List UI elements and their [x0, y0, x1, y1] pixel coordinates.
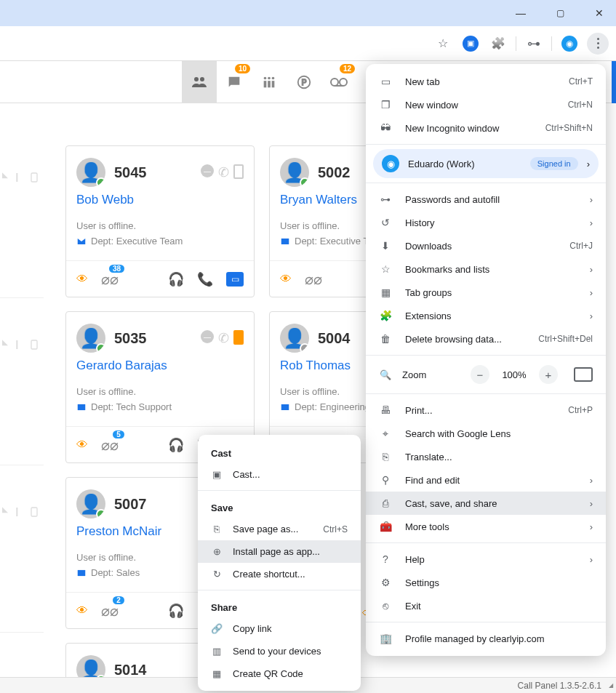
help-icon: ?: [379, 553, 392, 565]
menu-settings[interactable]: ⚙ Settings: [366, 571, 606, 594]
chevron-right-icon: ›: [590, 521, 593, 532]
menu-new-window[interactable]: ❐ New window Ctrl+N: [366, 93, 606, 116]
avatar[interactable]: 👤💬: [76, 324, 105, 353]
toolbar-separator: [516, 36, 516, 51]
chrome-menu-button[interactable]: [587, 33, 609, 55]
phone-icon[interactable]: ✆: [218, 330, 229, 346]
menu-new-tab[interactable]: ▭ New tab Ctrl+T: [366, 70, 606, 93]
contact-name[interactable]: Bob Webb: [76, 193, 244, 207]
window-maximize-button[interactable]: [549, 2, 571, 24]
menu-delete-data[interactable]: 🗑 Delete browsing data... Ctrl+Shift+Del: [366, 327, 606, 350]
devices-icon: ▥: [211, 646, 223, 657]
watch-icon[interactable]: 👁: [76, 273, 88, 286]
menu-exit[interactable]: ⎋ Exit: [366, 594, 606, 617]
grid-icon: ▦: [379, 287, 392, 298]
menu-incognito[interactable]: 🕶 New Incognito window Ctrl+Shift+N: [366, 116, 606, 140]
menu-translate[interactable]: ⎘ Translate...: [366, 445, 606, 468]
menu-separator: [366, 542, 606, 543]
browser-toolbar: ▣ ◉: [0, 26, 616, 61]
submenu-save-page[interactable]: ⎘ Save page as... Ctrl+S: [198, 518, 361, 540]
submenu-head-share: Share: [198, 595, 361, 617]
side-stub: [0, 313, 44, 465]
menu-extensions[interactable]: 🧩 Extensions ›: [366, 304, 606, 327]
avatar[interactable]: 👤💬: [76, 489, 105, 518]
link-icon: 🔗: [211, 623, 223, 634]
voicemail-tab[interactable]: 12: [321, 61, 356, 103]
svg-point-1: [200, 77, 204, 81]
cast-icon: ⎙: [379, 497, 392, 509]
svg-point-2: [264, 76, 267, 79]
resize-grip-icon[interactable]: ◢: [609, 682, 613, 689]
menu-profile-row[interactable]: ◉ Eduardo (Work) Signed in ›: [373, 149, 599, 178]
password-key-icon[interactable]: [524, 33, 544, 54]
parking-tab[interactable]: P: [287, 61, 321, 103]
menu-downloads[interactable]: ⬇ Downloads Ctrl+J: [366, 234, 606, 257]
mobile-icon[interactable]: [233, 164, 244, 179]
extensions-icon[interactable]: [488, 33, 508, 54]
contact-name[interactable]: Gerardo Barajas: [76, 358, 244, 373]
menu-more-tools[interactable]: 🧰 More tools ›: [366, 515, 606, 538]
camera-extension-icon[interactable]: ▣: [460, 33, 481, 54]
watch-icon[interactable]: 👁: [76, 438, 88, 452]
contacts-tab[interactable]: [182, 61, 217, 103]
chevron-right-icon: ›: [590, 194, 593, 205]
avatar[interactable]: 👤💬: [280, 324, 309, 353]
building-icon: 🏢: [379, 633, 392, 644]
phone-icon[interactable]: ✆: [218, 164, 229, 180]
bookmark-star-icon[interactable]: [433, 33, 453, 54]
menu-tabgroups[interactable]: ▦ Tab groups ›: [366, 281, 606, 304]
contact-card[interactable]: 👤💬 5045 — ✆ Bob Webb User is offline. De…: [65, 145, 255, 297]
submenu-install-app[interactable]: ⊕ Install page as app...: [198, 540, 361, 563]
menu-find[interactable]: ⚲ Find and edit ›: [366, 468, 606, 492]
svg-point-10: [331, 79, 338, 86]
svg-point-3: [268, 76, 271, 79]
menu-help[interactable]: ? Help ›: [366, 548, 606, 571]
voicemail-icon[interactable]: ⌀⌀5: [101, 436, 119, 454]
active-indicator: [612, 61, 616, 103]
call-icon[interactable]: 📞: [197, 271, 213, 287]
zoom-in-button[interactable]: +: [539, 365, 558, 384]
menu-history[interactable]: ↺ History ›: [366, 211, 606, 234]
submenu-create-shortcut[interactable]: ↻ Create shortcut...: [198, 563, 361, 585]
voicemail-icon[interactable]: ⌀⌀: [305, 271, 322, 288]
headset-icon[interactable]: 🎧: [168, 603, 184, 619]
watch-icon[interactable]: 👁: [76, 604, 88, 617]
headset-icon[interactable]: 🎧: [168, 437, 184, 453]
shortcut-icon: ↻: [211, 569, 223, 580]
contact-dept: Dept: Tech Support: [76, 401, 244, 412]
dnd-icon[interactable]: —: [201, 330, 214, 343]
cast-icon: ▣: [211, 469, 223, 480]
incognito-icon: 🕶: [379, 122, 392, 134]
fullscreen-button[interactable]: [574, 367, 593, 382]
zoom-out-button[interactable]: −: [471, 365, 489, 384]
submenu-copy-link[interactable]: 🔗 Copy link: [198, 617, 361, 640]
avatar[interactable]: 👤💬: [280, 158, 309, 187]
menu-bookmarks[interactable]: ☆ Bookmarks and lists ›: [366, 257, 606, 281]
menu-cast-save-share[interactable]: ⎙ Cast, save, and share ›: [366, 492, 606, 515]
window-minimize-button[interactable]: [510, 2, 532, 24]
watch-icon[interactable]: 👁: [280, 273, 292, 286]
profile-avatar-icon[interactable]: ◉: [559, 33, 580, 54]
chat-icon[interactable]: ▭: [226, 272, 244, 287]
save-icon: ⎘: [211, 524, 223, 534]
svg-point-4: [272, 76, 275, 79]
avatar[interactable]: 👤💬: [76, 158, 105, 187]
voicemail-icon[interactable]: ⌀⌀2: [101, 602, 119, 620]
submenu-cast[interactable]: ▣ Cast...: [198, 463, 361, 486]
menu-managed[interactable]: 🏢 Profile managed by clearlyip.com: [366, 627, 606, 650]
dnd-icon[interactable]: —: [201, 164, 214, 177]
submenu-send-devices[interactable]: ▥ Send to your devices: [198, 640, 361, 662]
team-tab[interactable]: [252, 61, 287, 103]
voicemail-icon[interactable]: ⌀⌀38: [101, 271, 119, 288]
headset-icon[interactable]: 🎧: [168, 271, 184, 287]
submenu-qr[interactable]: ▦ Create QR Code: [198, 662, 361, 685]
chat-tab[interactable]: 10: [217, 61, 252, 103]
mobile-icon[interactable]: [233, 330, 244, 345]
window-close-button[interactable]: [588, 2, 610, 24]
menu-passwords[interactable]: ⊶ Passwords and autofill ›: [366, 188, 606, 211]
menu-lens[interactable]: ⌖ Search with Google Lens: [366, 422, 606, 445]
menu-separator: [366, 183, 606, 183]
menu-print[interactable]: 🖶 Print... Ctrl+P: [366, 398, 606, 422]
toolbox-icon: 🧰: [379, 521, 392, 532]
svg-rect-14: [31, 340, 37, 349]
